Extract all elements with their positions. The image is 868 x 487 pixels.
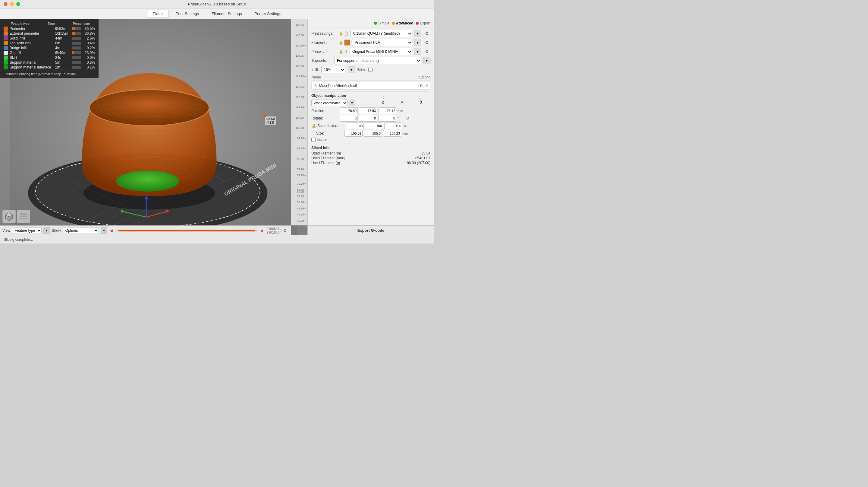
export-gcode-button[interactable]: Export G-code	[358, 228, 384, 233]
print-settings-gear[interactable]: ⚙	[423, 30, 430, 37]
filament-select[interactable]: Prusament PLA	[352, 39, 412, 46]
printer-row: Printer : 🔒 🖨 Original Prusa MINI & MINI…	[311, 48, 430, 55]
inches-checkbox[interactable]	[311, 138, 315, 142]
coord-system-dropdown[interactable]: ▼	[349, 99, 355, 106]
ruler-tick	[304, 128, 306, 128]
sliced-filament-mm3-label: Used Filament (mm³)	[311, 156, 345, 160]
filament-row: Filament : 🔒 Prusament PLA ▼ ⚙	[311, 39, 430, 46]
view-select[interactable]: Feature type	[12, 227, 41, 234]
position-x[interactable]	[340, 108, 358, 114]
feature-time: 5m	[55, 60, 70, 64]
scale-lock-icon[interactable]: 🔒	[311, 123, 316, 128]
ruler-label: 44.95	[297, 213, 304, 216]
stats-row: Skirt24s0.0%	[4, 56, 95, 60]
brim-label: Brim:	[358, 67, 366, 72]
show-select-arrow[interactable]: ▼	[101, 227, 107, 234]
show-label: Show	[52, 228, 61, 233]
tab-print-settings[interactable]: Print Settings	[170, 10, 205, 18]
layers-view-button[interactable]	[17, 210, 30, 223]
scroll-track[interactable]	[116, 230, 258, 231]
size-y[interactable]	[364, 130, 382, 137]
show-select[interactable]: Options	[63, 227, 99, 234]
view-select-arrow[interactable]: ▼	[43, 227, 50, 234]
position-z[interactable]	[378, 108, 396, 114]
stats-total: Estimated printing time [Normal mode]: 1…	[4, 72, 95, 76]
tab-plater[interactable]: Plater	[147, 10, 169, 18]
scale-x[interactable]	[346, 122, 364, 129]
infill-dropdown[interactable]: ▼	[348, 66, 355, 73]
right-panel: Simple Advanced Expert Print settings : …	[307, 19, 434, 235]
feature-time: 6m	[55, 41, 70, 45]
ruler-mark: 119.95	[296, 85, 306, 88]
rotate-y[interactable]	[359, 115, 377, 122]
object-visibility-button[interactable]: 👁	[418, 83, 423, 88]
ruler-label: 59.95	[297, 195, 304, 198]
ruler-mark: 49.90	[297, 207, 306, 210]
ruler-mark: 149.95	[296, 24, 306, 27]
feature-time: 24s	[55, 56, 70, 60]
feature-percentage: 35.5%	[83, 27, 95, 31]
rotate-x[interactable]	[340, 115, 358, 122]
filament-color-swatch[interactable]	[344, 39, 350, 46]
position-dot	[264, 114, 267, 117]
object-name: MoonPrintAfterMesh.stl	[319, 84, 417, 88]
infill-select[interactable]: 15%	[321, 66, 345, 73]
close-button[interactable]	[4, 2, 7, 6]
printer-dropdown[interactable]: ▼	[414, 48, 421, 55]
ruler-label: 40.00	[297, 219, 304, 222]
view-settings-button[interactable]: ⚙	[281, 227, 288, 234]
printer-select[interactable]: Original Prusa MINI & MINI+	[350, 48, 412, 55]
print-settings-label: Print settings :	[311, 31, 337, 36]
simple-mode-button[interactable]: Simple	[374, 21, 390, 25]
sliced-filament-g-value: 106.00 (207.00)	[405, 161, 430, 165]
ruler-tick	[304, 35, 306, 35]
ruler-tick	[304, 183, 306, 184]
window-controls[interactable]	[4, 2, 20, 6]
feature-bar-wrap	[72, 61, 81, 64]
supports-dropdown[interactable]: ▼	[423, 57, 430, 64]
filament-dropdown[interactable]: ▼	[414, 39, 421, 46]
tab-filament-settings[interactable]: Filament Settings	[206, 10, 247, 18]
coord-system-select[interactable]: World coordinates	[311, 99, 347, 106]
x-axis-label: X	[374, 101, 392, 105]
printer-gear[interactable]: ⚙	[423, 48, 430, 55]
advanced-mode-button[interactable]: Advanced	[392, 21, 413, 25]
object-warning-icon: ⚠	[313, 83, 317, 88]
feature-bar	[72, 51, 74, 54]
minimize-button[interactable]	[10, 2, 14, 6]
brim-checkbox[interactable]	[368, 67, 373, 72]
scale-z[interactable]	[384, 122, 402, 129]
print-settings-dropdown[interactable]: ▼	[414, 30, 421, 37]
view-label: View	[2, 228, 10, 233]
stats-col-time: Time	[48, 22, 55, 25]
feature-bar-wrap	[72, 66, 81, 69]
rotate-reset-button[interactable]: ↺	[405, 115, 411, 121]
supports-select[interactable]: For support enforcers only	[334, 57, 421, 64]
ruler-mark: 62.50	[297, 191, 306, 193]
rotate-z[interactable]	[378, 115, 396, 122]
print-settings-lock-icon: 🔒	[339, 31, 343, 36]
status-bar: Slicing complete...	[0, 235, 434, 244]
size-x[interactable]	[344, 130, 363, 137]
scroll-left-button[interactable]: ◀	[109, 228, 114, 233]
ruler-label: 100.00	[296, 126, 304, 130]
filament-gear[interactable]: ⚙	[423, 39, 430, 46]
expert-mode-button[interactable]: Expert	[415, 21, 430, 25]
object-edit-button[interactable]: ↗	[425, 83, 428, 88]
tab-printer-settings[interactable]: Printer Settings	[249, 10, 287, 18]
object-list-header: Name Editing	[311, 75, 430, 81]
size-z[interactable]	[383, 130, 401, 137]
scroll-thumb[interactable]	[119, 230, 255, 231]
scroll-right-button[interactable]: ▶	[260, 228, 265, 233]
feature-percentage: 2.6%	[83, 36, 95, 40]
feature-bar-wrap	[72, 32, 81, 35]
scale-y[interactable]	[365, 122, 383, 129]
stats-rows: Perimeter9h53m35.5%External perimeter10h…	[4, 27, 95, 69]
position-y[interactable]	[359, 108, 377, 114]
position-label: Position:	[311, 109, 338, 113]
print-settings-select[interactable]: 0.15mm QUALITY (modified)	[350, 30, 412, 37]
feature-percentage: 0.2%	[83, 46, 95, 50]
maximize-button[interactable]	[16, 2, 20, 6]
cube-view-button[interactable]	[2, 210, 16, 223]
feature-color-swatch	[4, 46, 8, 50]
